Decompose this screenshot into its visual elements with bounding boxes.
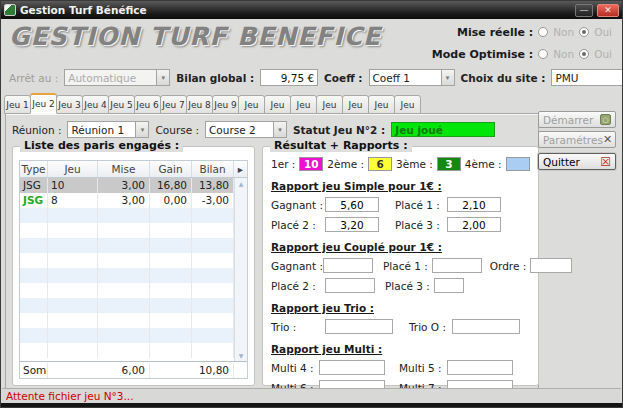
result-1er-value: 10 [299, 157, 323, 171]
trio-input[interactable] [325, 319, 393, 334]
simple-place1-input[interactable] [447, 197, 501, 212]
mise-reelle-oui-radio[interactable] [579, 27, 589, 37]
mode-optimise-non-label: Non [553, 48, 574, 60]
mode-optimise-oui-radio[interactable] [579, 49, 589, 59]
options-block: Mise réelle : Non Oui Mode Optimise : No… [432, 24, 612, 62]
result-2eme-value: 6 [368, 157, 392, 171]
scroll-down-icon[interactable]: ▼ [239, 352, 244, 359]
simple-place1-label: Placé 1 : [395, 199, 447, 211]
jeu-tab-bar: Jeu 1 Jeu 2 Jeu 3 Jeu 4 Jeu 5 Jeu 6 Jeu … [5, 94, 421, 114]
coeff-value: Coeff 1 [369, 69, 441, 86]
quitter-button[interactable]: Quitter ☒ [538, 153, 616, 170]
multi5-label: Multi 5 : [399, 362, 442, 374]
column-arrow-icon[interactable]: ▸ [234, 161, 247, 177]
table-row[interactable]: JSG 10 3,00 16,80 13,80 [20, 178, 234, 193]
demarrer-button[interactable]: Démarrer ○ [538, 111, 616, 128]
simple-gagnant-label: Gagnant : [271, 199, 325, 211]
quit-icon: ☒ [600, 156, 611, 168]
parametres-button[interactable]: Paramétres ✕ [538, 131, 616, 148]
col-bilan[interactable]: Bilan [192, 161, 234, 177]
bilan-global-input[interactable] [260, 69, 318, 86]
col-jeu[interactable]: Jeu [48, 161, 98, 177]
table-row[interactable]: JSG 8 3,00 0,00 -3,00 [20, 193, 234, 208]
arret-dropdown[interactable]: Automatique ▾ [64, 69, 170, 86]
tab-jeu-3[interactable]: Jeu 3 [56, 95, 83, 114]
coeff-dropdown[interactable]: Coeff 1 ▾ [369, 69, 455, 86]
reunion-label: Réunion : [12, 124, 61, 136]
site-dropdown[interactable]: PMU ▾ [551, 69, 623, 86]
table-scrollbar[interactable]: ▲ ▼ [234, 178, 247, 361]
col-gain[interactable]: Gain [150, 161, 192, 177]
reunion-dropdown[interactable]: Réunion 1 ▾ [67, 121, 149, 138]
dropdown-arrow-icon[interactable]: ▾ [135, 121, 149, 138]
cell-jeu: 10 [48, 178, 98, 193]
tab-jeu-4[interactable]: Jeu 4 [82, 95, 109, 114]
game-row: Réunion : Réunion 1 ▾ Course : Course 2 … [12, 121, 495, 138]
course-value: Course 2 [205, 121, 273, 138]
empty-row [20, 298, 234, 313]
status-bar: Attente fichier jeu N°3... [2, 388, 621, 403]
tab-jeu-5[interactable]: Jeu 5 [108, 95, 135, 114]
tab-jeu-13[interactable]: Jeu 13 [316, 95, 343, 114]
tools-icon: ✕ [603, 133, 612, 146]
dropdown-arrow-icon[interactable]: ▾ [441, 69, 455, 86]
couple-place2-input[interactable] [325, 278, 375, 293]
coeff-label: Coeff : [324, 72, 362, 84]
simple-row-2: Placé 2 : Placé 3 : [271, 217, 530, 232]
bilan-global-label: Bilan global : [176, 72, 254, 84]
tab-jeu-1[interactable]: Jeu 1 [4, 95, 31, 114]
col-mise[interactable]: Mise [98, 161, 150, 177]
tab-jeu-8[interactable]: Jeu 8 [186, 95, 213, 114]
tab-jeu-6[interactable]: Jeu 6 [134, 95, 161, 114]
rapport-trio-title: Rapport jeu Trio : [271, 302, 530, 314]
tab-jeu-2[interactable]: Jeu 2 [30, 93, 57, 114]
trio-o-input[interactable] [452, 319, 520, 334]
simple-gagnant-input[interactable] [325, 197, 379, 212]
tab-jeu-14[interactable]: Jeu 14 [342, 95, 369, 114]
mise-reelle-non-radio[interactable] [538, 27, 548, 37]
trio-label: Trio : [271, 321, 325, 333]
scroll-up-icon[interactable]: ▲ [239, 180, 244, 187]
result-4eme-label: 4ème : [465, 158, 502, 170]
tab-jeu-7[interactable]: Jeu 7 [160, 95, 187, 114]
dropdown-arrow-icon[interactable]: ▾ [273, 121, 287, 138]
couple-row-2: Placé 2 : Placé 3 : [271, 278, 530, 293]
couple-place1-input[interactable] [432, 258, 482, 273]
quitter-label: Quitter [543, 156, 580, 168]
action-buttons: Démarrer ○ Paramétres ✕ Quitter ☒ [538, 111, 616, 173]
tab-jeu-16[interactable]: Jeu 16 [394, 95, 421, 114]
couple-row-1: Gagnant : Placé 1 : Ordre : [271, 258, 530, 273]
page-title: GESTION TURF BENEFICE [9, 22, 381, 51]
cell-bilan: -3,00 [192, 193, 234, 208]
tab-jeu-11[interactable]: Jeu 11 [264, 95, 291, 114]
rapports-groupbox: Résultat + Rapports : 1er : 10 2ème : 6 … [262, 146, 539, 386]
result-4eme-value [506, 157, 530, 171]
rapports-content: 1er : 10 2ème : 6 3ème : 3 4ème : Rappor… [271, 157, 530, 381]
tab-jeu-9[interactable]: Jeu 9 [212, 95, 239, 114]
simple-place3-input[interactable] [447, 217, 501, 232]
result-2eme-label: 2ème : [327, 158, 364, 170]
dropdown-arrow-icon[interactable]: ▾ [156, 69, 170, 86]
couple-ordre-input[interactable] [530, 258, 572, 273]
trio-row: Trio : Trio O : [271, 319, 530, 334]
somme-mise: 6,00 [98, 363, 150, 378]
somme-bilan: 10,80 [192, 363, 234, 378]
tab-jeu-12[interactable]: Jeu 12 [290, 95, 317, 114]
couple-gagnant-input[interactable] [323, 258, 373, 273]
couple-place3-input[interactable] [434, 278, 464, 293]
somme-row: Somme 6,00 10,80 [20, 361, 247, 378]
minimize-button[interactable]: — [575, 4, 593, 17]
close-button[interactable]: ✕ [597, 4, 619, 17]
multi4-input[interactable] [319, 360, 385, 375]
course-dropdown[interactable]: Course 2 ▾ [205, 121, 287, 138]
multi5-input[interactable] [447, 360, 513, 375]
col-type[interactable]: Type [20, 161, 48, 177]
simple-place2-input[interactable] [325, 217, 379, 232]
tab-jeu-15[interactable]: Jeu 15 [368, 95, 395, 114]
result-3eme-value: 3 [437, 157, 461, 171]
tab-jeu-10[interactable]: Jeu 10 [238, 95, 265, 114]
result-row: 1er : 10 2ème : 6 3ème : 3 4ème : [271, 157, 530, 171]
cell-jeu: 8 [48, 193, 98, 208]
mode-optimise-non-radio[interactable] [538, 49, 548, 59]
couple-place3-label: Placé 3 : [385, 280, 430, 292]
